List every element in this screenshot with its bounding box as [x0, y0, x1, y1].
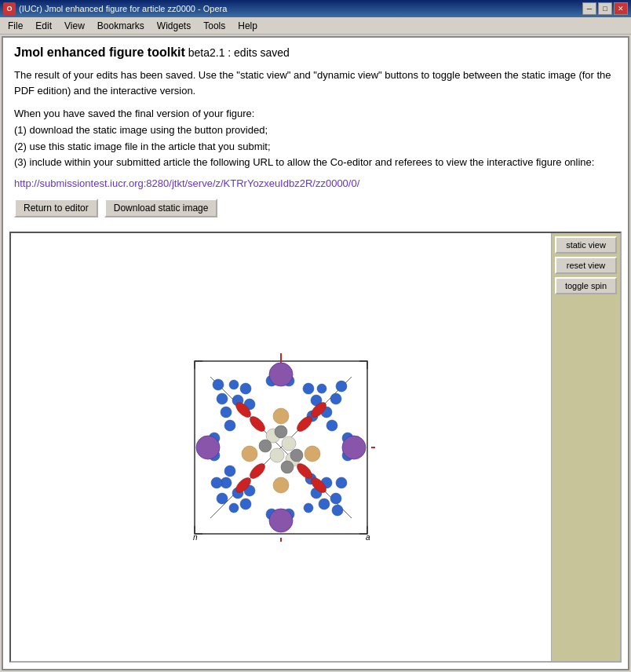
- title-bold: Jmol enhanced figure toolkit: [14, 46, 185, 59]
- titlebar: O (IUCr) Jmol enhanced figure for articl…: [0, 0, 631, 17]
- svg-point-75: [269, 363, 293, 386]
- menu-help[interactable]: Help: [232, 19, 264, 33]
- svg-text:n: n: [193, 533, 198, 542]
- crystal-svg: n a: [187, 353, 375, 542]
- figure-area: n a static view reset view toggle spin: [9, 232, 622, 663]
- svg-point-15: [240, 383, 251, 394]
- window-title: (IUCr) Jmol enhanced figure for article …: [19, 4, 227, 13]
- svg-point-34: [224, 466, 235, 477]
- download-static-image-button[interactable]: Download static image: [104, 199, 218, 217]
- svg-point-20: [229, 380, 239, 389]
- svg-point-27: [336, 381, 347, 392]
- menu-bookmarks[interactable]: Bookmarks: [91, 19, 151, 33]
- svg-point-42: [336, 477, 347, 488]
- close-button[interactable]: ✕: [614, 2, 628, 15]
- svg-point-26: [326, 420, 337, 431]
- description-text: The result of your edits has been saved.…: [14, 68, 617, 98]
- svg-point-63: [270, 448, 284, 462]
- svg-point-67: [290, 449, 303, 462]
- svg-point-23: [330, 393, 341, 404]
- svg-point-71: [273, 408, 289, 424]
- minimize-button[interactable]: ─: [582, 2, 596, 15]
- content-area: Jmol enhanced figure toolkit beta2.1 : e…: [3, 38, 628, 232]
- svg-point-69: [242, 446, 257, 462]
- svg-point-74: [342, 436, 366, 459]
- menu-tools[interactable]: Tools: [197, 19, 232, 33]
- svg-point-36: [229, 503, 239, 513]
- svg-point-68: [281, 461, 294, 473]
- menubar: File Edit View Bookmarks Widgets Tools H…: [0, 17, 631, 35]
- svg-point-40: [319, 499, 330, 509]
- svg-point-31: [240, 499, 251, 509]
- svg-point-19: [213, 379, 224, 390]
- action-buttons: Return to editor Download static image: [14, 199, 617, 217]
- svg-point-43: [304, 503, 313, 513]
- svg-point-13: [221, 407, 232, 418]
- svg-point-66: [275, 425, 287, 438]
- svg-point-62: [282, 436, 296, 451]
- svg-point-24: [303, 383, 314, 394]
- svg-point-65: [259, 440, 272, 452]
- instruction-line-4: (3) include within your submitted articl…: [14, 155, 617, 171]
- svg-point-17: [217, 393, 228, 404]
- instruction-line-2: (1) download the static image using the …: [14, 122, 617, 139]
- title-beta: beta2.1 : edits saved: [185, 46, 290, 59]
- figure-sidebar: static view reset view toggle spin: [551, 233, 620, 661]
- titlebar-controls[interactable]: ─ □ ✕: [582, 2, 628, 15]
- crystal-structure: n a: [187, 353, 375, 542]
- svg-point-39: [330, 493, 341, 504]
- svg-point-16: [224, 420, 235, 431]
- instruction-line-3: (2) use this static image file in the ar…: [14, 139, 617, 155]
- return-to-editor-button[interactable]: Return to editor: [14, 199, 98, 217]
- static-view-button[interactable]: static view: [555, 236, 617, 254]
- menu-file[interactable]: File: [2, 19, 29, 33]
- menu-edit[interactable]: Edit: [29, 19, 58, 33]
- svg-point-44: [332, 505, 343, 516]
- instructions: When you have saved the final version of…: [14, 106, 617, 171]
- toggle-spin-button[interactable]: toggle spin: [555, 277, 617, 294]
- svg-text:a: a: [366, 533, 370, 542]
- figure-canvas: n a: [11, 233, 551, 661]
- svg-point-70: [305, 446, 320, 462]
- instruction-line-1: When you have saved the final version of…: [14, 106, 617, 122]
- titlebar-left: O (IUCr) Jmol enhanced figure for articl…: [3, 2, 227, 15]
- main-window: Jmol enhanced figure toolkit beta2.1 : e…: [2, 36, 629, 670]
- svg-point-32: [217, 493, 228, 504]
- svg-point-73: [196, 436, 220, 459]
- svg-point-33: [211, 477, 222, 488]
- article-link[interactable]: http://submissiontest.iucr.org:8280/jtkt…: [14, 177, 617, 189]
- menu-view[interactable]: View: [58, 19, 91, 33]
- maximize-button[interactable]: □: [598, 2, 612, 15]
- page-title: Jmol enhanced figure toolkit beta2.1 : e…: [14, 46, 617, 60]
- menu-widgets[interactable]: Widgets: [151, 19, 197, 33]
- svg-point-76: [269, 509, 293, 532]
- svg-point-25: [317, 384, 326, 393]
- browser-icon: O: [3, 2, 16, 15]
- svg-point-72: [273, 477, 289, 493]
- reset-view-button[interactable]: reset view: [555, 257, 617, 274]
